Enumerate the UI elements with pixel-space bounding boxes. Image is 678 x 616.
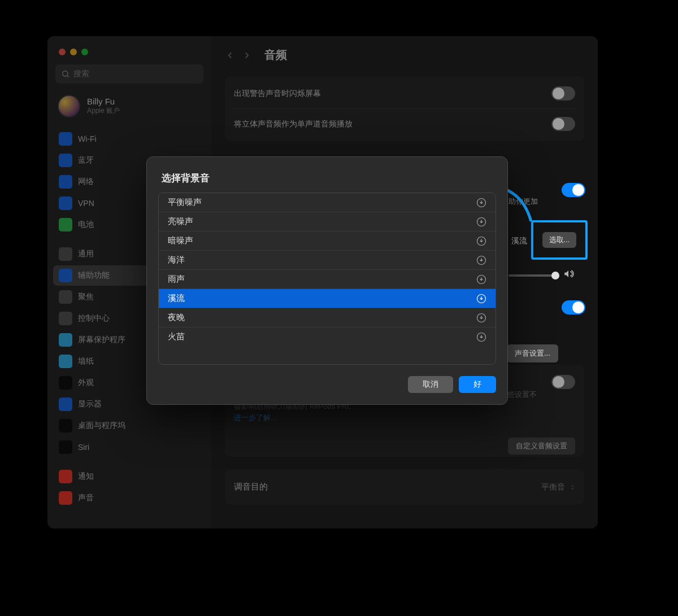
bg-sound-option[interactable]: 火苗 xyxy=(159,327,496,346)
label-mono-audio: 将立体声音频作为单声道音频播放 xyxy=(234,119,353,129)
sidebar-item[interactable]: 通知 xyxy=(53,466,206,487)
custom-audio-button[interactable]: 自定义音频设置 xyxy=(508,438,575,455)
label-flash-screen: 出现警告声音时闪烁屏幕 xyxy=(234,89,321,99)
sidebar-item-label: 控制中心 xyxy=(78,313,110,324)
row-mono-audio: 将立体声音频作为单声道音频播放 xyxy=(234,109,575,139)
bg-sound-option[interactable]: 平衡噪声 xyxy=(159,193,496,212)
account-sub: Apple 账户 xyxy=(87,106,120,116)
download-icon xyxy=(476,294,486,304)
download-icon xyxy=(476,332,486,342)
svg-line-1 xyxy=(67,76,69,77)
nav-forward-button[interactable] xyxy=(242,50,252,60)
sidebar-item-label: 屏幕保护程序 xyxy=(78,335,125,345)
svg-point-0 xyxy=(63,71,68,76)
sidebar-item-icon xyxy=(59,376,72,390)
bg-sound-option-label: 夜晚 xyxy=(168,312,185,323)
sidebar-item-label: 外观 xyxy=(78,378,94,388)
account-row[interactable]: Billy Fu Apple 账户 xyxy=(47,91,211,126)
sidebar-item-icon xyxy=(59,175,72,189)
avatar xyxy=(58,95,80,117)
bg-sound-modal: 选择背景音 平衡噪声亮噪声暗噪声海洋雨声溪流夜晚火苗 取消 好 xyxy=(146,156,508,405)
panel-tuning: 调音目的 平衡音 xyxy=(225,469,584,505)
toggle-mono-audio[interactable] xyxy=(551,117,575,131)
search-input[interactable]: 搜索 xyxy=(55,64,203,84)
bg-sound-option[interactable]: 溪流 xyxy=(159,289,496,308)
bg-sound-option[interactable]: 雨声 xyxy=(159,270,496,289)
bg-sound-option[interactable]: 亮噪声 xyxy=(159,212,496,231)
bg-sound-option-label: 亮噪声 xyxy=(168,216,193,227)
sidebar-item-label: 通知 xyxy=(78,471,94,482)
window-controls xyxy=(47,45,211,64)
sidebar-item-label: Wi-Fi xyxy=(78,134,97,143)
sidebar-item-icon xyxy=(59,355,72,368)
bg-sound-option[interactable]: 海洋 xyxy=(159,251,496,270)
sidebar-item-label: VPN xyxy=(78,199,94,208)
sidebar-item-icon xyxy=(59,397,72,411)
sidebar-item-label: 辅助功能 xyxy=(78,270,110,281)
bg-sound-option-list: 平衡噪声亮噪声暗噪声海洋雨声溪流夜晚火苗 xyxy=(158,193,496,365)
choose-highlight-box: 选取... xyxy=(531,220,588,260)
bg-volume-slider[interactable] xyxy=(508,274,559,277)
chevron-up-down-icon xyxy=(570,484,575,490)
download-icon xyxy=(476,255,486,265)
bg-sound-option[interactable]: 夜晚 xyxy=(159,308,496,327)
sidebar-item[interactable]: Siri xyxy=(53,437,206,457)
sound-settings-button[interactable]: 声音设置... xyxy=(507,344,558,362)
sidebar-item-label: 声音 xyxy=(78,493,94,503)
download-icon xyxy=(476,217,486,227)
bg-sound-option-label: 雨声 xyxy=(168,274,185,285)
sidebar-item-icon xyxy=(59,196,72,210)
close-window-button[interactable] xyxy=(59,49,66,55)
minimize-window-button[interactable] xyxy=(70,49,77,55)
sidebar-item-icon xyxy=(59,312,72,325)
toggle-flash-screen[interactable] xyxy=(551,86,575,101)
ok-button[interactable]: 好 xyxy=(459,376,496,393)
tuning-row[interactable]: 调音目的 平衡音 xyxy=(234,471,575,503)
headphones-link[interactable]: 进一步了解… xyxy=(234,413,540,423)
account-name: Billy Fu xyxy=(87,97,120,106)
toggle-headphone-accommodations[interactable] xyxy=(551,375,575,389)
sidebar-item[interactable]: Wi-Fi xyxy=(53,129,206,149)
toggle-background-sounds[interactable] xyxy=(562,183,585,197)
sidebar-item-icon xyxy=(59,419,72,432)
download-icon xyxy=(476,274,486,285)
toggle-play-when-media[interactable] xyxy=(562,300,585,314)
content-header: 音频 xyxy=(225,47,584,63)
search-icon xyxy=(61,69,70,78)
tuning-value: 平衡音 xyxy=(541,482,565,492)
sidebar-item-icon xyxy=(59,290,72,304)
sidebar-item-label: 聚焦 xyxy=(78,292,94,302)
sidebar-item-label: 电池 xyxy=(78,220,94,230)
sidebar-item-icon xyxy=(59,154,72,167)
sidebar-item-icon xyxy=(59,333,72,347)
row-flash-screen: 出现警告声音时闪烁屏幕 xyxy=(234,78,575,109)
sidebar-item[interactable]: 声音 xyxy=(53,488,206,508)
search-placeholder: 搜索 xyxy=(73,69,89,79)
sidebar-item-icon xyxy=(59,491,72,505)
sidebar-item-label: 桌面与程序坞 xyxy=(78,421,125,431)
choose-button[interactable]: 选取... xyxy=(542,232,577,248)
bg-sound-option[interactable]: 暗噪声 xyxy=(159,231,496,251)
sidebar-item-icon xyxy=(59,132,72,146)
download-icon xyxy=(476,236,486,246)
cancel-button[interactable]: 取消 xyxy=(408,376,453,393)
sidebar-item-label: Siri xyxy=(78,443,89,452)
modal-title: 选择背景音 xyxy=(158,168,496,193)
helper-text: 助你更加 xyxy=(508,196,538,207)
bg-sound-option-label: 暗噪声 xyxy=(168,235,193,246)
sidebar-item[interactable]: 桌面与程序坞 xyxy=(53,416,206,436)
sidebar-item-icon xyxy=(59,218,72,231)
sidebar-item-icon xyxy=(59,440,72,454)
volume-icon xyxy=(563,269,574,281)
bg-sound-option-label: 海洋 xyxy=(168,255,185,265)
maximize-window-button[interactable] xyxy=(81,49,88,55)
panel-alerts: 出现警告声音时闪烁屏幕 将立体声音频作为单声道音频播放 xyxy=(225,76,584,141)
bg-sound-option-label: 平衡噪声 xyxy=(168,197,202,208)
sidebar-item-icon xyxy=(59,247,72,261)
download-icon xyxy=(476,313,486,323)
sidebar-item-icon xyxy=(59,269,72,282)
tuning-label: 调音目的 xyxy=(234,482,268,492)
sidebar-item-label: 显示器 xyxy=(78,399,102,409)
nav-back-button[interactable] xyxy=(225,50,235,60)
bg-sound-option-label: 溪流 xyxy=(168,293,185,304)
